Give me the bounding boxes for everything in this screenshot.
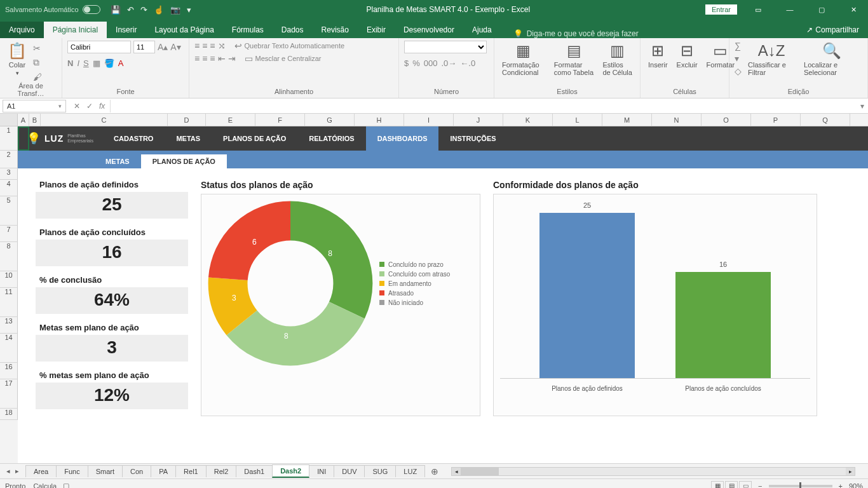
align-left-icon[interactable]: ≡ (194, 53, 200, 64)
camera-icon[interactable]: 📷 (170, 5, 180, 15)
scroll-left-icon[interactable]: ◂ (452, 468, 461, 475)
share-button[interactable]: ↗Compartilhar (797, 22, 868, 38)
autosum-icon[interactable]: ∑ (735, 41, 742, 51)
close-button[interactable]: ✕ (839, 0, 868, 19)
italic-icon[interactable]: I (77, 58, 79, 68)
nav-planos[interactable]: PLANOS DE AÇÃO (212, 126, 297, 151)
align-center-icon[interactable]: ≡ (202, 53, 207, 64)
sheet-tab-pa[interactable]: PA (151, 465, 176, 477)
cond-format-button[interactable]: ▦Formatação Condicional (499, 41, 548, 78)
align-top-icon[interactable]: ≡ (194, 41, 200, 51)
signin-button[interactable]: Entrar (705, 4, 737, 15)
number-format-select[interactable] (404, 41, 487, 53)
indent-dec-icon[interactable]: ⇤ (218, 53, 226, 64)
view-normal-icon[interactable]: ▦ (711, 481, 724, 489)
grow-font-icon[interactable]: A▴ (158, 42, 168, 52)
dec-decimal-icon[interactable]: ←.0 (460, 58, 475, 68)
col-header[interactable]: H (355, 114, 404, 126)
shrink-font-icon[interactable]: A▾ (170, 42, 180, 52)
align-mid-icon[interactable]: ≡ (202, 41, 207, 51)
cut-icon[interactable]: ✂ (33, 43, 42, 53)
sheet-tab-con[interactable]: Con (122, 465, 151, 477)
tell-me-search[interactable]: 💡Diga-me o que você deseja fazer (513, 29, 798, 38)
fill-color-icon[interactable]: 🪣 (104, 58, 114, 68)
autosave-toggle[interactable] (83, 5, 100, 14)
tab-home[interactable]: Página Inicial (44, 22, 107, 38)
comma-icon[interactable]: 000 (424, 58, 438, 68)
wrap-text-icon[interactable]: ↩ (234, 41, 242, 51)
row-header[interactable]: 4 (0, 180, 18, 196)
view-layout-icon[interactable]: ▤ (725, 481, 738, 489)
merge-icon[interactable]: ▭ (245, 53, 253, 64)
sheet-tab-dash1[interactable]: Dash1 (236, 465, 273, 477)
format-painter-icon[interactable]: 🖌 (33, 72, 42, 82)
font-color-icon[interactable]: A (118, 58, 124, 68)
subtab-planos[interactable]: PLANOS DE AÇÃO (141, 154, 227, 168)
tab-data[interactable]: Dados (273, 22, 313, 38)
orientation-icon[interactable]: ⤭ (218, 41, 226, 51)
sheet-tab-rel1[interactable]: Rel1 (175, 465, 207, 477)
font-name-input[interactable] (67, 41, 131, 53)
cancel-formula-icon[interactable]: ✕ (74, 102, 80, 111)
nav-cadastro[interactable]: CADASTRO (102, 126, 165, 151)
nav-relatorios[interactable]: RELATÓRIOS (297, 126, 365, 151)
col-header[interactable]: J (454, 114, 503, 126)
clear-icon[interactable]: ◇ (735, 66, 742, 76)
row-header[interactable]: 16 (0, 363, 18, 379)
col-header[interactable]: I (404, 114, 454, 126)
col-header[interactable]: F (255, 114, 305, 126)
percent-icon[interactable]: % (412, 58, 420, 68)
cell-styles-button[interactable]: ▥Estilos de Célula (600, 41, 635, 78)
copy-icon[interactable]: ⧉ (33, 57, 42, 68)
delete-cells-button[interactable]: ⊟Excluir (674, 41, 700, 70)
save-icon[interactable]: 💾 (111, 5, 121, 15)
undo-icon[interactable]: ↶ (127, 5, 134, 15)
col-header[interactable]: K (503, 114, 553, 126)
zoom-in-icon[interactable]: + (839, 482, 843, 489)
tab-view[interactable]: Exibir (358, 22, 395, 38)
sheet-tab-ini[interactable]: INI (309, 465, 334, 477)
col-header[interactable]: M (602, 114, 652, 126)
col-header[interactable]: E (206, 114, 255, 126)
col-header[interactable]: A (18, 114, 29, 126)
tab-developer[interactable]: Desenvolvedor (395, 22, 463, 38)
nav-metas[interactable]: METAS (165, 126, 212, 151)
expand-formula-icon[interactable]: ▾ (857, 102, 868, 111)
format-table-button[interactable]: ▤Formatar como Tabela (552, 41, 597, 78)
tab-help[interactable]: Ajuda (463, 22, 501, 38)
col-header[interactable]: B (29, 114, 41, 126)
row-header[interactable]: 2 (0, 151, 18, 168)
row-header[interactable]: 14 (0, 334, 18, 363)
col-header[interactable]: Q (801, 114, 850, 126)
underline-icon[interactable]: S (83, 58, 89, 68)
row-header[interactable]: 8 (0, 242, 18, 271)
zoom-level[interactable]: 90% (849, 482, 863, 489)
subtab-metas[interactable]: METAS (94, 154, 141, 168)
new-sheet-button[interactable]: ⊕ (424, 466, 445, 477)
row-header[interactable]: 7 (0, 226, 18, 242)
name-box[interactable]: A1▾ (3, 100, 66, 112)
row-header[interactable]: 17 (0, 379, 18, 409)
col-header[interactable]: D (168, 114, 206, 126)
col-header[interactable]: C (41, 114, 168, 126)
fx-icon[interactable]: fx (99, 102, 105, 111)
fill-icon[interactable]: ▾ (735, 53, 742, 64)
row-header[interactable]: 1 (0, 126, 18, 151)
row-header[interactable]: 11 (0, 288, 18, 317)
view-break-icon[interactable]: ▭ (739, 481, 752, 489)
sheet-nav-prev-icon[interactable]: ◂ (6, 467, 10, 475)
sheet-tab-duv[interactable]: DUV (334, 465, 365, 477)
col-header[interactable]: P (751, 114, 801, 126)
align-right-icon[interactable]: ≡ (210, 53, 215, 64)
sheet-tab-smart[interactable]: Smart (88, 465, 123, 477)
zoom-out-icon[interactable]: − (758, 482, 762, 489)
currency-icon[interactable]: $ (404, 58, 409, 68)
row-header[interactable]: 10 (0, 271, 18, 288)
row-header[interactable]: 3 (0, 168, 18, 180)
row-header[interactable]: 13 (0, 317, 18, 334)
tab-insert[interactable]: Inserir (107, 22, 146, 38)
find-select-button[interactable]: 🔍Localizar e Selecionar (801, 41, 862, 78)
align-bot-icon[interactable]: ≡ (210, 41, 215, 51)
sort-filter-button[interactable]: A↓ZClassificar e Filtrar (745, 41, 797, 78)
touch-icon[interactable]: ☝ (154, 5, 164, 15)
